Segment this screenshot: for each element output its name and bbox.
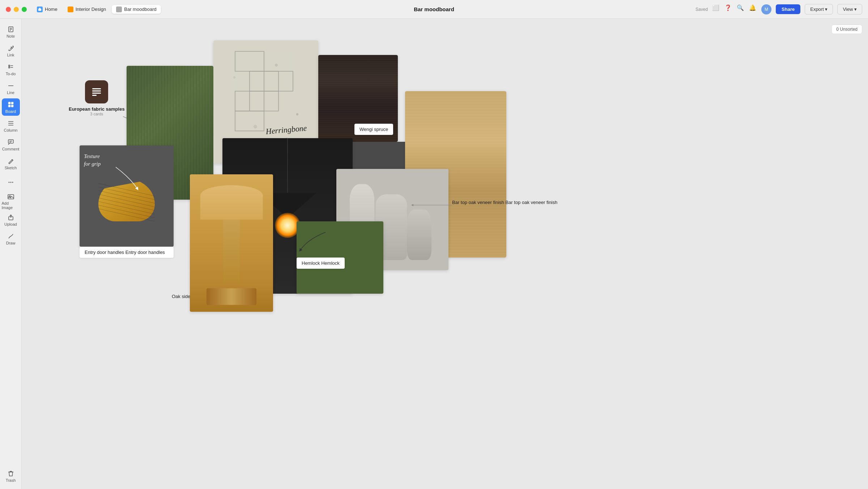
svg-line-41 [98,191,155,203]
sidebar-item-draw-label: Draw [6,241,16,245]
svg-rect-11 [8,102,10,104]
svg-rect-33 [235,51,264,71]
canvas-area: 0 Unsorted European fabric samples 3 car… [22,19,868,489]
svg-line-44 [98,201,155,214]
svg-line-39 [98,183,155,196]
wengi-spruce-label: Wengi spruce [354,124,393,135]
sidebar-item-draw[interactable]: Draw [2,230,20,247]
tab-bar-moodboard[interactable]: Bar moodboard [112,5,161,14]
traffic-light-green[interactable] [22,7,27,12]
entry-door-handles-label: Entry door handles Entry door handles [80,247,174,258]
traffic-lights [6,7,27,12]
sidebar-item-sketch[interactable]: Sketch [2,155,20,172]
tab-home[interactable]: Home [33,5,62,14]
svg-marker-1 [38,8,42,9]
device-icon[interactable]: ⬜ [712,4,719,14]
sidebar-item-note-label: Note [7,34,15,38]
share-button[interactable]: Share [776,4,800,14]
tab-interior[interactable]: Interior Design [63,5,111,14]
svg-rect-29 [92,93,101,94]
titlebar-right: Saved ⬜ ❓ 🔍 🔔 M Share Export ▾ View ▾ [695,4,862,14]
tab-interior-label: Interior Design [76,7,106,12]
tab-area: Home Interior Design Bar moodboard [33,5,161,14]
svg-line-40 [98,187,155,200]
sidebar-item-board-label: Board [5,109,16,114]
svg-rect-13 [8,105,10,107]
svg-rect-30 [92,95,97,96]
sidebar-item-comment-label: Comment [2,147,20,151]
moodboard: European fabric samples 3 cards [22,19,868,489]
sidebar-item-sketch-label: Sketch [5,166,17,170]
view-button[interactable]: View ▾ [837,4,862,14]
page-title: Bar moodboard [414,6,454,12]
sidebar-item-link-label: Link [7,53,14,57]
fabric-samples-card[interactable]: European fabric samples 3 cards [69,80,125,116]
svg-line-46 [98,209,155,221]
sidebar-item-todo-label: To-do [6,72,16,76]
svg-point-23 [12,182,13,183]
svg-rect-14 [11,105,13,107]
traffic-light-yellow[interactable] [14,7,19,12]
bar-top-label: Bar top oak veneer finish Bar top oak ve… [452,200,557,205]
sidebar-item-todo[interactable]: To-do [2,61,20,78]
svg-point-21 [8,182,9,183]
texture-annotation: Texturefor grip [84,153,101,168]
sidebar-item-trash[interactable]: Trash [2,467,20,485]
titlebar: Home Interior Design Bar moodboard Bar m… [0,0,868,19]
svg-rect-28 [92,90,101,92]
sidebar-item-note[interactable]: Note [2,23,20,41]
svg-point-22 [10,182,11,183]
home-tab-icon [37,7,43,12]
sidebar-item-board[interactable]: Board [2,98,20,116]
bar-tab-icon [116,7,122,12]
sidebar-item-line-label: Line [7,90,14,95]
svg-rect-7 [9,67,10,68]
svg-line-43 [98,198,155,211]
sidebar-item-more[interactable] [2,174,20,191]
svg-line-42 [98,194,155,207]
export-button[interactable]: Export ▾ [805,4,833,14]
svg-rect-27 [92,88,101,89]
sidebar-item-column-label: Column [4,128,18,132]
traffic-light-red[interactable] [6,7,11,12]
sidebar-item-comment[interactable]: Comment [2,136,20,153]
tab-home-label: Home [45,7,58,12]
sidebar-item-add-image[interactable]: Add Image [2,192,20,210]
sidebar-item-line[interactable]: Line [2,80,20,97]
interior-tab-icon [68,7,73,12]
sidebar-item-upload[interactable]: Upload [2,211,20,229]
door-handle-card[interactable]: Texturefor grip [80,145,174,247]
svg-line-45 [98,205,155,218]
search-icon[interactable]: 🔍 [737,4,744,14]
sidebar-item-add-image-label: Add Image [2,201,20,210]
titlebar-icons: ⬜ ❓ 🔍 🔔 M [712,4,771,14]
svg-rect-18 [8,140,13,143]
hemlock-label: Hemlock Hemlock [297,258,345,269]
svg-rect-38 [235,111,264,131]
svg-rect-6 [9,65,10,66]
fabric-card-label: European fabric samples 3 cards [69,106,125,116]
sidebar: Note Link To-do Line Board Column Commen… [0,19,22,489]
svg-rect-12 [11,102,13,104]
sidebar-item-trash-label: Trash [6,478,16,482]
svg-rect-24 [8,195,14,199]
fabric-card-icon [85,80,108,103]
oak-table-card[interactable] [190,174,273,312]
saved-status: Saved [695,7,708,12]
sidebar-item-upload-label: Upload [4,222,17,226]
sidebar-item-link[interactable]: Link [2,42,20,59]
unsorted-button[interactable]: 0 Unsorted [831,25,862,34]
sidebar-item-column[interactable]: Column [2,117,20,135]
help-icon[interactable]: ❓ [724,4,732,14]
tab-bar-label: Bar moodboard [124,7,157,12]
notification-icon[interactable]: 🔔 [749,4,756,14]
avatar[interactable]: M [761,4,771,14]
